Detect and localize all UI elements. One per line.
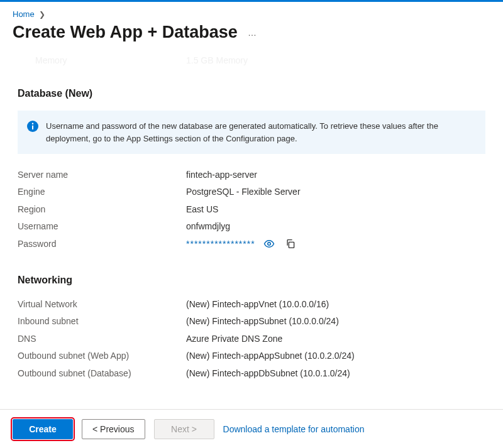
truncated-prior-row: Memory 1.5 GB Memory bbox=[18, 57, 485, 70]
value-password: ***************** bbox=[186, 237, 255, 251]
svg-rect-4 bbox=[289, 242, 294, 248]
next-button: Next > bbox=[154, 419, 214, 439]
label-password: Password bbox=[18, 237, 186, 251]
info-banner-text: Username and password of the new databas… bbox=[46, 120, 473, 145]
page-title: Create Web App + Database bbox=[13, 23, 238, 42]
info-icon bbox=[27, 121, 38, 132]
row-username: Username onfwmdjlyg bbox=[18, 219, 485, 233]
row-region: Region East US bbox=[18, 202, 485, 216]
label-outbound-webapp: Outbound subnet (Web App) bbox=[18, 349, 186, 363]
label-inbound-subnet: Inbound subnet bbox=[18, 314, 186, 328]
value-server-name: fintech-app-server bbox=[186, 168, 257, 182]
more-actions-icon[interactable]: … bbox=[248, 28, 258, 38]
row-dns: DNS Azure Private DNS Zone bbox=[18, 332, 485, 346]
row-inbound-subnet: Inbound subnet (New) Fintech-appSubnet (… bbox=[18, 314, 485, 328]
value-vnet: (New) Fintech-appVnet (10.0.0.0/16) bbox=[186, 297, 329, 311]
download-template-link[interactable]: Download a template for automation bbox=[223, 424, 365, 434]
label-username: Username bbox=[18, 219, 186, 233]
copy-password-icon[interactable] bbox=[283, 237, 298, 251]
value-region: East US bbox=[186, 202, 218, 216]
label-region: Region bbox=[18, 202, 186, 216]
label-outbound-db: Outbound subnet (Database) bbox=[18, 366, 186, 380]
create-button[interactable]: Create bbox=[13, 419, 73, 439]
row-server-name: Server name fintech-app-server bbox=[18, 168, 485, 182]
chevron-right-icon: ❯ bbox=[39, 10, 45, 19]
section-heading-database: Database (New) bbox=[18, 88, 485, 99]
svg-rect-1 bbox=[32, 125, 33, 129]
breadcrumb-home-link[interactable]: Home bbox=[13, 9, 35, 19]
row-vnet: Virtual Network (New) Fintech-appVnet (1… bbox=[18, 297, 485, 311]
previous-button[interactable]: < Previous bbox=[82, 419, 145, 439]
row-outbound-webapp: Outbound subnet (Web App) (New) Fintech-… bbox=[18, 349, 485, 363]
label-server-name: Server name bbox=[18, 168, 186, 182]
value-engine: PostgreSQL - Flexible Server bbox=[186, 185, 301, 199]
form-scroll-region[interactable]: Memory 1.5 GB Memory Database (New) User… bbox=[0, 57, 503, 409]
label-dns: DNS bbox=[18, 332, 186, 346]
reveal-password-icon[interactable] bbox=[262, 237, 277, 251]
label-engine: Engine bbox=[18, 185, 186, 199]
value-outbound-db: (New) Fintech-appDbSubnet (10.0.1.0/24) bbox=[186, 366, 350, 380]
value-username: onfwmdjlyg bbox=[186, 219, 230, 233]
label-vnet: Virtual Network bbox=[18, 297, 186, 311]
svg-point-3 bbox=[267, 243, 270, 246]
svg-point-2 bbox=[32, 123, 33, 124]
value-inbound-subnet: (New) Fintech-appSubnet (10.0.0.0/24) bbox=[186, 314, 339, 328]
value-dns: Azure Private DNS Zone bbox=[186, 332, 282, 346]
row-outbound-db: Outbound subnet (Database) (New) Fintech… bbox=[18, 366, 485, 380]
section-heading-networking: Networking bbox=[18, 275, 485, 286]
info-banner: Username and password of the new databas… bbox=[18, 111, 485, 154]
breadcrumb: Home ❯ bbox=[0, 2, 503, 21]
row-engine: Engine PostgreSQL - Flexible Server bbox=[18, 185, 485, 199]
row-password: Password ***************** bbox=[18, 237, 485, 251]
value-outbound-webapp: (New) Fintech-appAppSubnet (10.0.2.0/24) bbox=[186, 349, 355, 363]
wizard-footer: Create < Previous Next > Download a temp… bbox=[0, 409, 503, 448]
